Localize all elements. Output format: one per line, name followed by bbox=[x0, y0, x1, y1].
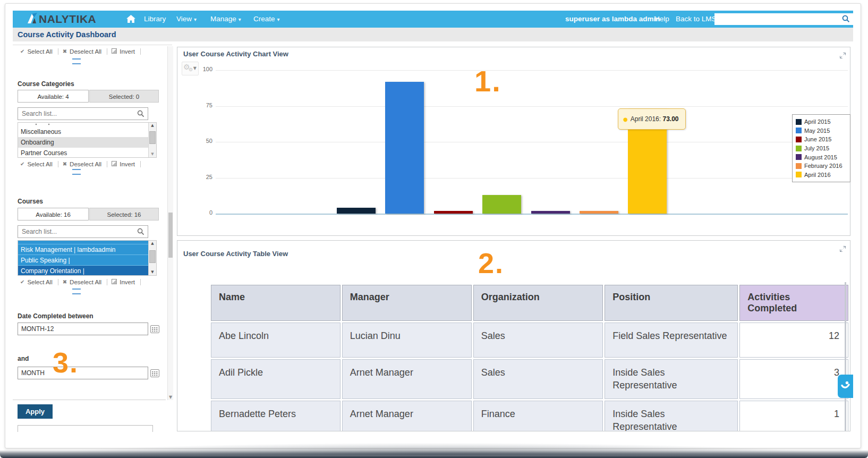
scroll-thumb[interactable] bbox=[149, 131, 156, 144]
deselect-all-button[interactable]: ✖Deselect All bbox=[58, 48, 107, 55]
tab-courses-available[interactable]: Available: 16 bbox=[18, 208, 89, 220]
back-to-lms-link[interactable]: Back to LMS bbox=[676, 11, 717, 28]
tab-categories-selected[interactable]: Selected: 0 bbox=[89, 90, 159, 103]
legend-item[interactable]: February 2016 bbox=[796, 162, 847, 171]
table-cell: Bernadette Peters bbox=[211, 401, 341, 431]
legend-label: July 2015 bbox=[804, 145, 829, 151]
expand-icon[interactable] bbox=[840, 244, 846, 254]
calendar-icon[interactable] bbox=[150, 325, 159, 335]
invert-icon bbox=[112, 48, 117, 55]
divider bbox=[13, 400, 166, 400]
top-navbar: NALYTIKA LibraryView▾Manage▾Create▾ supe… bbox=[13, 11, 853, 28]
series-dot-icon: ● bbox=[623, 116, 628, 122]
table-cell: Inside Sales Representative bbox=[605, 401, 738, 431]
global-search-input[interactable] bbox=[714, 13, 853, 25]
legend-label: August 2015 bbox=[804, 154, 837, 160]
legend-label: June 2015 bbox=[804, 136, 831, 142]
apply-button[interactable]: Apply bbox=[18, 404, 53, 419]
bar-may-2015[interactable] bbox=[385, 82, 424, 214]
invert-button[interactable]: Invert bbox=[107, 161, 141, 167]
courses-search-input[interactable] bbox=[18, 225, 148, 238]
bar-february-2016[interactable] bbox=[580, 211, 618, 214]
legend-swatch bbox=[796, 137, 802, 142]
table-cell: 1 bbox=[739, 401, 848, 431]
categories-search-input[interactable] bbox=[18, 107, 148, 120]
column-header-name: Name bbox=[211, 285, 341, 321]
list-item[interactable]: Company Orientation | bbox=[18, 266, 148, 276]
invert-icon bbox=[112, 161, 117, 167]
sidebar-scrollbar[interactable]: ▼ bbox=[167, 46, 173, 400]
select-all-button[interactable]: ✔Select All bbox=[16, 48, 58, 55]
table-cell: Sales bbox=[473, 323, 603, 358]
list-item[interactable]: Public Speaking | bbox=[18, 255, 148, 266]
scroll-up-icon[interactable]: ▲ bbox=[149, 123, 156, 129]
resize-handle[interactable] bbox=[72, 58, 81, 64]
scroll-up-icon[interactable]: ▲ bbox=[149, 241, 156, 247]
scroll-down-icon[interactable]: ▼ bbox=[149, 151, 156, 157]
tab-categories-available[interactable]: Available: 4 bbox=[18, 90, 89, 103]
x-icon: ✖ bbox=[63, 279, 67, 285]
y-axis-label: 25 bbox=[187, 174, 212, 180]
brand-a-icon bbox=[27, 13, 38, 26]
search-icon[interactable] bbox=[842, 15, 850, 25]
courses-label: Courses bbox=[18, 198, 43, 205]
table-row: Bernadette PetersArnet ManagerFinanceIns… bbox=[211, 401, 848, 431]
nav-item-create[interactable]: Create▾ bbox=[253, 11, 280, 28]
column-header-activities-completed: Activities Completed bbox=[739, 285, 848, 321]
scrollbar[interactable]: ▲ ▼ bbox=[148, 123, 156, 157]
list-item[interactable]: Partner Courses bbox=[18, 148, 148, 158]
scroll-down-icon[interactable]: ▼ bbox=[149, 269, 156, 275]
sidebar-divider bbox=[13, 45, 172, 45]
legend-item[interactable]: July 2015 bbox=[796, 144, 847, 153]
tab-courses-selected[interactable]: Selected: 16 bbox=[89, 208, 159, 220]
legend-item[interactable]: May 2015 bbox=[796, 126, 847, 135]
date-and-label: and bbox=[18, 355, 29, 362]
bar-june-2015[interactable] bbox=[434, 211, 473, 214]
date-from-input[interactable] bbox=[18, 323, 148, 335]
deselect-all-button[interactable]: ✖Deselect All bbox=[58, 161, 107, 167]
check-icon: ✔ bbox=[20, 279, 24, 285]
calendar-icon[interactable] bbox=[150, 369, 159, 379]
invert-button[interactable]: Invert bbox=[107, 48, 141, 55]
brand-logo[interactable]: NALYTIKA bbox=[27, 13, 96, 26]
scroll-thumb[interactable] bbox=[168, 213, 173, 258]
legend-item[interactable]: August 2015 bbox=[796, 152, 847, 162]
table-row: Adil PickleArnet ManagerSalesInside Sale… bbox=[211, 359, 848, 399]
home-button[interactable] bbox=[126, 15, 135, 24]
table-cell: Lucian Dinu bbox=[342, 323, 472, 358]
scrollbar[interactable]: ▲ ▼ bbox=[148, 241, 156, 275]
legend-item[interactable]: April 2016 bbox=[796, 171, 847, 180]
list-item-partial bbox=[18, 123, 148, 126]
bar-july-2015[interactable] bbox=[482, 195, 521, 214]
scroll-thumb[interactable] bbox=[149, 250, 156, 263]
legend-label: April 2016 bbox=[804, 172, 831, 178]
scroll-down-icon[interactable]: ▼ bbox=[168, 395, 173, 400]
list-item[interactable]: Onboarding bbox=[18, 137, 148, 148]
bar-august-2015[interactable] bbox=[531, 211, 570, 214]
chart-panel: User Course Activity Chart View ⚙ ⚙ ▼ 02… bbox=[177, 47, 850, 236]
user-menu[interactable]: superuser as lambda admin bbox=[565, 11, 660, 28]
deselect-all-button[interactable]: ✖Deselect All bbox=[58, 279, 107, 285]
nav-item-view[interactable]: View▾ bbox=[176, 11, 197, 28]
gridline bbox=[216, 106, 848, 107]
table-scrollbar[interactable] bbox=[845, 282, 846, 431]
annotation-1: 1. bbox=[474, 66, 501, 96]
legend-item[interactable]: April 2015 bbox=[796, 117, 847, 126]
list-item[interactable]: Risk Management | lambdaadmin bbox=[18, 244, 148, 255]
chart-tooltip: ● April 2016: 73.00 bbox=[618, 108, 686, 130]
date-to-input[interactable] bbox=[18, 367, 148, 379]
nav-item-library[interactable]: Library bbox=[144, 11, 166, 28]
bar-april-2015[interactable] bbox=[337, 208, 376, 214]
resize-handle[interactable] bbox=[72, 289, 81, 294]
list-item[interactable]: Miscellaneous bbox=[18, 126, 148, 137]
chat-widget-tab[interactable] bbox=[838, 375, 853, 398]
resize-handle[interactable] bbox=[72, 169, 81, 175]
help-link[interactable]: Help bbox=[654, 11, 669, 28]
select-all-button[interactable]: ✔Select All bbox=[16, 161, 58, 167]
select-all-button[interactable]: ✔Select All bbox=[16, 279, 58, 285]
column-header-manager: Manager bbox=[342, 285, 472, 321]
invert-button[interactable]: Invert bbox=[107, 279, 141, 285]
nav-item-manage[interactable]: Manage▾ bbox=[210, 11, 241, 28]
table-cell: Abe Lincoln bbox=[211, 323, 341, 358]
legend-item[interactable]: June 2015 bbox=[796, 135, 847, 144]
